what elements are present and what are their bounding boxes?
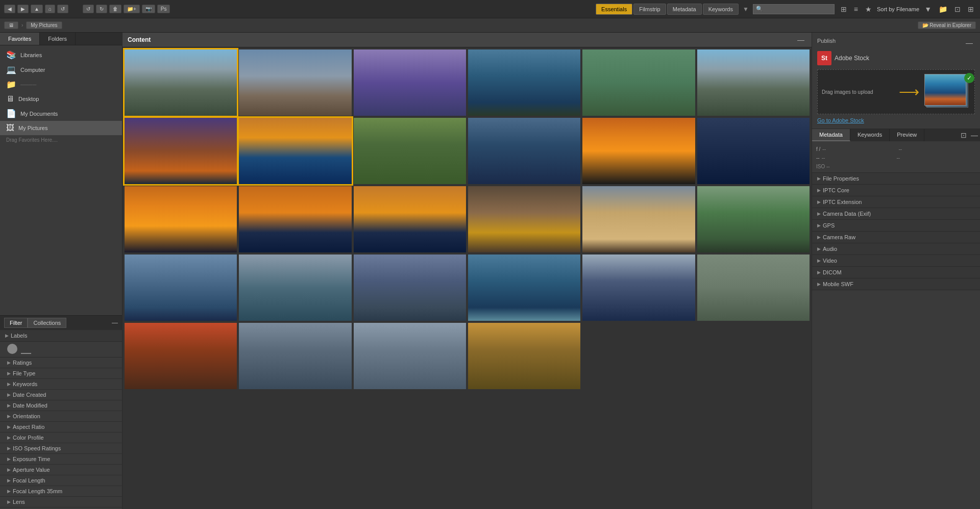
- image-cell-2[interactable]: [239, 49, 351, 116]
- tab-filmstrip[interactable]: Filmstrip: [633, 4, 666, 15]
- meta-group-file-properties[interactable]: ▶ File Properties: [812, 173, 980, 185]
- folder-icon-btn[interactable]: 📁: [937, 4, 949, 14]
- filter-keywords[interactable]: ▶ Keywords: [0, 379, 122, 390]
- nav-item-mydocuments[interactable]: 📄 My Documents: [0, 106, 122, 121]
- meta-group-iptc-core[interactable]: ▶ IPTC Core: [812, 185, 980, 196]
- collections-tab[interactable]: Collections: [28, 318, 66, 328]
- meta-group-audio[interactable]: ▶ Audio: [812, 243, 980, 255]
- meta-panel-options-btn[interactable]: ⊡: [959, 129, 969, 141]
- favorites-tab[interactable]: Favorites: [0, 33, 40, 45]
- image-cell-17[interactable]: [582, 186, 695, 252]
- filter-lens[interactable]: ▶ Lens: [0, 497, 122, 507]
- filter-exposure-time[interactable]: ▶ Exposure Time: [0, 454, 122, 465]
- filter-date-created[interactable]: ▶ Date Created: [0, 390, 122, 400]
- grid-view-button[interactable]: ⊞: [839, 4, 849, 14]
- meta-tab-preview[interactable]: Preview: [890, 129, 924, 141]
- filter-aspect-ratio[interactable]: ▶ Aspect Ratio: [0, 422, 122, 432]
- open-in-photoshop-button[interactable]: Ps: [157, 5, 170, 13]
- image-cell-16[interactable]: [468, 186, 580, 252]
- image-cell-15[interactable]: [354, 186, 466, 252]
- filter-orientation[interactable]: ▶ Orientation: [0, 411, 122, 422]
- filter-minimize-btn[interactable]: —: [112, 319, 118, 326]
- workspace-btn[interactable]: ⊞: [966, 4, 976, 14]
- image-cell-1[interactable]: [125, 49, 237, 116]
- image-cell-21[interactable]: [354, 254, 466, 321]
- tab-keywords[interactable]: Keywords: [703, 4, 739, 15]
- image-cell-10[interactable]: [468, 118, 580, 184]
- image-cell-7[interactable]: [125, 118, 237, 184]
- filter-file-type[interactable]: ▶ File Type: [0, 368, 122, 379]
- image-cell-24[interactable]: [697, 254, 810, 321]
- nav-item-unnamed[interactable]: 📁 ────: [0, 77, 122, 92]
- meta-tab-metadata[interactable]: Metadata: [812, 129, 850, 141]
- nav-item-computer[interactable]: 💻 Computer: [0, 62, 122, 77]
- filter-ratings[interactable]: ▶ Ratings: [0, 358, 122, 368]
- filter-tab[interactable]: Filter: [4, 318, 28, 328]
- image-cell-28[interactable]: [468, 323, 580, 389]
- nav-item-mypictures[interactable]: 🖼 My Pictures: [0, 121, 122, 135]
- meta-group-video[interactable]: ▶ Video: [812, 255, 980, 267]
- image-cell-9[interactable]: [354, 118, 466, 184]
- image-cell-4[interactable]: [468, 49, 580, 116]
- image-cell-12[interactable]: [697, 118, 810, 184]
- reveal-in-explorer-btn[interactable]: 📂 Reveal in Explorer: [918, 21, 976, 29]
- sort-dropdown-button[interactable]: ▼: [922, 4, 934, 14]
- folders-tab[interactable]: Folders: [40, 33, 76, 45]
- rotate-left-button[interactable]: ↺: [83, 5, 94, 13]
- filter-focal-length[interactable]: ▶ Focal Length: [0, 475, 122, 486]
- tab-essentials[interactable]: Essentials: [596, 4, 632, 15]
- rotate-right-button[interactable]: ↻: [96, 5, 107, 13]
- filter-iso-speed[interactable]: ▶ ISO Speed Ratings: [0, 443, 122, 454]
- meta-group-gps[interactable]: ▶ GPS: [812, 220, 980, 232]
- rating-button[interactable]: ★: [863, 4, 874, 14]
- image-cell-22[interactable]: [468, 254, 580, 321]
- image-cell-20[interactable]: [239, 254, 351, 321]
- meta-group-mobile-swf[interactable]: ▶ Mobile SWF: [812, 278, 980, 290]
- back-button[interactable]: ◀: [4, 5, 15, 13]
- view-options-btn[interactable]: ⊡: [952, 4, 963, 14]
- filter-date-modified[interactable]: ▶ Date Modified: [0, 400, 122, 411]
- tab-metadata[interactable]: Metadata: [667, 4, 702, 15]
- image-cell-25[interactable]: [125, 323, 237, 389]
- content-minimize-btn[interactable]: —: [795, 35, 806, 45]
- meta-group-camera-raw[interactable]: ▶ Camera Raw: [812, 232, 980, 243]
- image-cell-14[interactable]: [239, 186, 351, 252]
- image-cell-5[interactable]: [582, 49, 695, 116]
- home-button[interactable]: ⌂: [45, 5, 55, 13]
- image-cell-8[interactable]: [239, 118, 351, 184]
- search-input[interactable]: [753, 4, 835, 14]
- nav-item-libraries[interactable]: 📚 Libraries: [0, 47, 122, 62]
- filter-aperture[interactable]: ▶ Aperture Value: [0, 465, 122, 475]
- image-cell-18[interactable]: [697, 186, 810, 252]
- publish-minimize-btn[interactable]: —: [964, 38, 975, 48]
- image-cell-13[interactable]: [125, 186, 237, 252]
- new-folder-button[interactable]: 📁+: [124, 5, 140, 13]
- meta-minimize-btn[interactable]: —: [969, 129, 980, 141]
- image-cell-23[interactable]: [582, 254, 695, 321]
- refresh-button[interactable]: ↺: [57, 5, 68, 13]
- meta-group-camera-data[interactable]: ▶ Camera Data (Exif): [812, 208, 980, 220]
- image-cell-3[interactable]: [354, 49, 466, 116]
- nav-item-desktop[interactable]: 🖥 Desktop: [0, 92, 122, 106]
- delete-button[interactable]: 🗑: [109, 5, 121, 13]
- image-cell-19[interactable]: [125, 254, 237, 321]
- path-btn[interactable]: My Pictures: [26, 21, 62, 29]
- upload-area[interactable]: Drag images to upload ⟶ ✓: [817, 69, 975, 114]
- open-in-camera-button[interactable]: 📷: [142, 5, 155, 13]
- focallength-arrow: ▶: [7, 478, 11, 483]
- image-cell-27[interactable]: [354, 323, 466, 389]
- up-button[interactable]: ▲: [31, 5, 43, 13]
- meta-group-dicom[interactable]: ▶ DICOM: [812, 267, 980, 278]
- list-view-button[interactable]: ≡: [852, 4, 860, 14]
- meta-group-iptc-ext[interactable]: ▶ IPTC Extension: [812, 196, 980, 208]
- image-cell-6[interactable]: [697, 49, 810, 116]
- filter-color-profile[interactable]: ▶ Color Profile: [0, 432, 122, 443]
- labels-header[interactable]: ▶ Labels: [0, 330, 122, 342]
- image-cell-11[interactable]: [582, 118, 695, 184]
- path-home-btn[interactable]: 🖥: [4, 21, 18, 29]
- goto-adobe-stock-link[interactable]: Go to Adobe Stock: [817, 117, 864, 123]
- image-cell-26[interactable]: [239, 323, 351, 389]
- forward-button[interactable]: ▶: [17, 5, 29, 13]
- filter-focal-length-35mm[interactable]: ▶ Focal Length 35mm: [0, 486, 122, 497]
- meta-tab-keywords[interactable]: Keywords: [850, 129, 890, 141]
